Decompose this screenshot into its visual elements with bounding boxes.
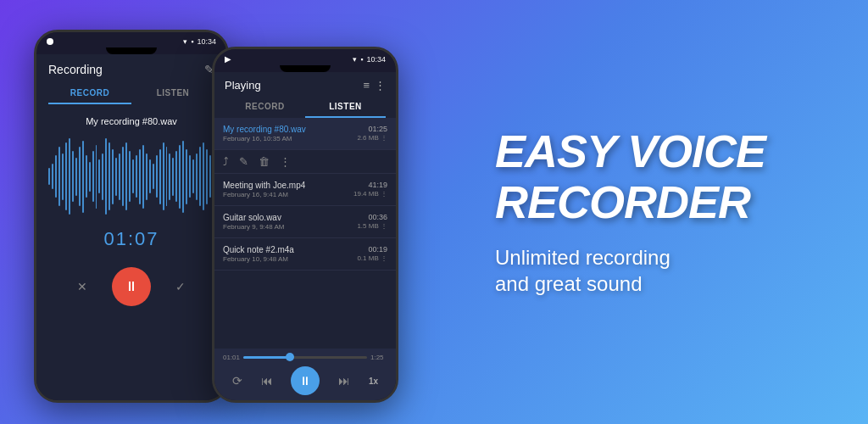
speed-label[interactable]: 1x: [369, 377, 378, 386]
wave-bar: [189, 155, 191, 198]
list-item[interactable]: My recording #80.wav 01:25 February 16, …: [214, 118, 396, 150]
status-icons-left: ▾ ▪ 10:34: [183, 37, 216, 46]
wave-bar: [112, 149, 114, 204]
play-pause-icon: ⏸: [299, 374, 311, 388]
wave-bar: [105, 138, 107, 215]
wifi-icon: ▾: [183, 37, 187, 46]
wave-bar: [92, 151, 94, 202]
wave-bar: [72, 151, 74, 202]
wifi-icon-r: ▾: [353, 55, 357, 64]
rec-name: My recording #80.wav: [223, 125, 306, 134]
rec-row: Quick note #2.m4a 00:19: [223, 245, 387, 254]
progress-total: 1:25: [370, 354, 387, 361]
wave-bar: [179, 145, 181, 209]
battery-icon: ▪: [191, 37, 193, 46]
wave-bar: [58, 147, 60, 206]
more-icon[interactable]: ⋮: [375, 79, 386, 92]
phone-left: ▾ ▪ 10:34 Recording ✎ RECORD LISTEN My r…: [34, 30, 229, 403]
time-left: 10:34: [197, 37, 216, 46]
list-item[interactable]: Guitar solo.wav 00:36 February 9, 9:48 A…: [214, 206, 396, 238]
tabs-right: RECORD LISTEN: [225, 97, 386, 118]
rec-size: 0.1 MB ⋮: [357, 254, 387, 263]
tab-listen-right[interactable]: LISTEN: [305, 97, 386, 118]
wave-bar: [69, 138, 70, 215]
wave-bar: [166, 147, 168, 206]
forward-icon[interactable]: ⏭: [338, 374, 350, 388]
tab-listen-left[interactable]: LISTEN: [131, 83, 214, 104]
wave-bar: [156, 155, 158, 198]
wave-bar: [163, 142, 164, 210]
wave-bar: [196, 153, 198, 200]
app-title-left: Recording: [48, 63, 103, 76]
player-bar: 01:01 1:25 ⟳ ⏮ ⏸ ⏭ 1x: [214, 349, 396, 400]
wave-bar: [149, 159, 151, 193]
wave-bar: [48, 168, 50, 185]
wave-bar: [129, 151, 131, 202]
list-item[interactable]: Quick note #2.m4a 00:19 February 10, 9:4…: [214, 238, 396, 271]
app-header-left: Recording ✎ RECORD LISTEN: [36, 54, 226, 104]
play-title: Playing: [225, 79, 261, 92]
rec-date: February 10, 9:48 AM: [223, 255, 288, 263]
progress-track[interactable]: [243, 356, 367, 359]
rec-name: Meeting with Joe.mp4: [223, 181, 305, 190]
wave-bar: [52, 164, 53, 189]
wave-bar: [136, 155, 137, 198]
wave-bar: [89, 162, 91, 192]
phones-container: ▾ ▪ 10:34 Recording ✎ RECORD LISTEN My r…: [34, 21, 398, 403]
timer-display: 01:07: [103, 228, 159, 250]
rewind-icon[interactable]: ⏮: [261, 374, 273, 388]
progress-thumb: [286, 353, 294, 361]
rec-row: Guitar solo.wav 00:36: [223, 213, 387, 222]
phone-notch: [106, 47, 157, 54]
edit-icon[interactable]: ✎: [239, 155, 248, 168]
wave-bar: [175, 151, 177, 202]
listen-body: My recording #80.wav 01:25 February 16, …: [214, 118, 396, 349]
wave-bar: [132, 159, 134, 193]
share-icon[interactable]: ⤴: [223, 155, 229, 168]
wave-bar: [55, 155, 57, 198]
tab-record-left[interactable]: RECORD: [48, 83, 131, 104]
status-bar-right: ▶ ▾ ▪ 10:34: [214, 49, 396, 65]
wave-bar: [119, 153, 120, 200]
recording-name: My recording #80.wav: [86, 116, 177, 126]
play-title-row: Playing ≡ ⋮: [225, 79, 386, 97]
wave-bar: [186, 149, 187, 204]
phone-notch-r: [280, 65, 331, 72]
list-item[interactable]: Meeting with Joe.mp4 41:19 February 16, …: [214, 174, 396, 206]
wave-bar: [206, 149, 208, 204]
rec-name: Quick note #2.m4a: [223, 245, 294, 254]
progress-current: 01:01: [223, 354, 240, 361]
cancel-button[interactable]: ✕: [70, 275, 94, 298]
app-name: Easy Voice Recorder: [495, 126, 809, 227]
wave-bar: [108, 142, 110, 210]
title-row: Recording ✎: [48, 63, 214, 83]
tab-record-right[interactable]: RECORD: [225, 97, 305, 118]
rec-row: Meeting with Joe.mp4 41:19: [223, 181, 387, 190]
cancel-icon: ✕: [77, 280, 87, 293]
rec-size: 1.5 MB ⋮: [357, 222, 387, 231]
rec-size: 19.4 MB ⋮: [353, 190, 387, 198]
filter-icon[interactable]: ≡: [363, 79, 370, 92]
confirm-button[interactable]: ✓: [169, 275, 192, 298]
tabs-left: RECORD LISTEN: [48, 83, 214, 104]
wave-bar: [102, 153, 103, 200]
wave-bar: [139, 149, 141, 204]
record-body: My recording #80.wav 01:07 ✕ ⏸ ✓: [36, 104, 226, 400]
wave-bar: [86, 155, 87, 198]
app-text: Easy Voice Recorder Unlimited recordinga…: [470, 126, 834, 297]
status-icons-right: ▾ ▪ 10:34: [353, 55, 386, 64]
pause-button[interactable]: ⏸: [112, 267, 151, 306]
app-tagline: Unlimited recordingand great sound: [495, 244, 809, 297]
loop-icon[interactable]: ⟳: [232, 374, 242, 388]
dot-icon: [47, 38, 53, 45]
record-controls: ✕ ⏸ ✓: [45, 267, 218, 306]
wave-bar: [203, 142, 204, 210]
rec-date: February 16, 9:41 AM: [223, 191, 288, 198]
delete-icon[interactable]: 🗑: [259, 155, 270, 168]
more-options-icon[interactable]: ⋮: [280, 155, 291, 168]
rec-size: 2.6 MB ⋮: [357, 134, 387, 142]
rec-duration: 01:25: [368, 125, 387, 133]
battery-icon-r: ▪: [360, 55, 363, 64]
phone-right: ▶ ▾ ▪ 10:34 Playing ≡ ⋮ RECORD LISTEN: [212, 47, 398, 403]
play-pause-button[interactable]: ⏸: [291, 366, 320, 395]
